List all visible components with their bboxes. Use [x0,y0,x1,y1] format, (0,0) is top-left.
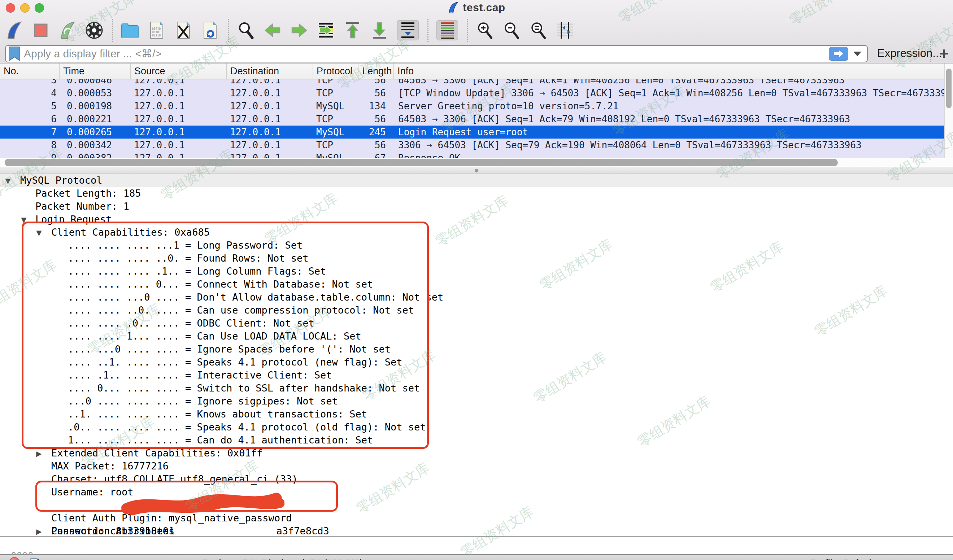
expand-arrow-icon[interactable]: ▼ [32,226,46,239]
expand-arrow-icon[interactable]: ▶ [32,447,46,460]
close-file-button[interactable] [174,20,192,40]
column-header-destination[interactable]: Destination [227,64,313,79]
expression-button[interactable]: Expression... [877,47,942,60]
column-header-length[interactable]: Length [359,64,394,79]
save-file-button[interactable]: 010100110101110 [147,20,166,40]
packet-list-header: No. Time Source Destination Protocol Len… [0,64,944,79]
tree-item-login-request[interactable]: ▼Login Request [0,213,953,226]
stop-capture-button[interactable] [32,20,50,40]
packet-row[interactable]: 40.000053127.0.0.1127.0.0.1TCP56[TCP Win… [0,87,944,99]
status-file-name: test.cap [54,558,88,560]
column-header-protocol[interactable]: Protocol [313,64,359,79]
packet-row[interactable]: 50.000198127.0.0.1127.0.0.1MySQL134Serve… [0,99,944,113]
restart-capture-button[interactable] [59,20,76,40]
display-filter-input[interactable] [24,48,829,60]
packet-row[interactable]: 80.000342127.0.0.1127.0.0.1TCP563306 → 6… [0,138,944,152]
packet-list-horizontal-scrollbar[interactable] [0,158,953,167]
auto-scroll-button[interactable] [397,20,419,40]
zoom-original-button[interactable] [529,20,547,40]
expand-arrow-icon[interactable]: ▼ [1,174,15,187]
tree-item-flag[interactable]: .... .... .0.. .... = ODBC Client: Not s… [0,317,953,330]
colorize-button[interactable] [436,20,458,40]
column-header-source[interactable]: Source [131,64,227,79]
tree-item-flag[interactable]: .... ..1. .... .... = Speaks 4.1 protoco… [0,356,953,369]
pane-splitter[interactable] [0,167,953,174]
tree-item-flag[interactable]: .... ...0 .... .... = Ignore Spaces befo… [0,343,953,356]
tree-item[interactable]: MAX Packet: 16777216 [0,460,953,473]
go-to-packet-button[interactable] [317,20,335,40]
zoom-original-icon [529,21,547,39]
display-filter-field[interactable] [5,45,868,62]
tree-item[interactable]: Packet Length: 185 [0,187,953,200]
packet-row[interactable]: 30.000046127.0.0.1127.0.0.1TCP5664503 → … [0,79,944,87]
tree-item-flag[interactable]: .... .... ..0. .... = Can use compressio… [0,304,953,317]
capture-options-button[interactable] [85,20,103,40]
add-filter-button[interactable]: + [939,45,949,63]
zoom-out-button[interactable] [503,20,520,40]
tree-item-flag[interactable]: .... .... .... 0... = Connect With Datab… [0,278,953,291]
tree-item-client-capabilities[interactable]: ▼Client Capabilities: 0xa685 [0,226,953,239]
tree-item-flag[interactable]: .... .... 1... .... = Can Use LOAD DATA … [0,330,953,343]
capture-comment-icon[interactable] [29,557,40,560]
tree-item-password[interactable]: Password: c8b33918e01a3f7e8cd3 [0,499,953,512]
column-header-time[interactable]: Time [60,64,131,79]
open-file-button[interactable] [121,20,139,40]
scrollbar-thumb[interactable] [5,159,838,166]
apply-filter-button[interactable] [829,47,848,60]
tree-item-extended-capabilities[interactable]: ▶Extended Client Capabilities: 0x01ff [0,447,953,460]
tree-item-mysql-protocol[interactable]: ▼MySQL Protocol [0,174,953,187]
packet-row[interactable]: 90.000382127.0.0.1127.0.0.1MySQL67Respon… [0,152,944,158]
green-right-arrow-icon [290,22,308,38]
splitter-handle[interactable] [475,169,478,172]
packet-details-pane: ▼MySQL Protocol Packet Length: 185 Packe… [0,174,953,536]
zoom-in-icon [476,21,494,39]
packet-row-selected[interactable]: 70.000265127.0.0.1127.0.0.1MySQL245Login… [0,126,944,138]
tree-item-flag[interactable]: .... .... .... ..0. = Found Rows: Not se… [0,252,953,265]
tree-item[interactable]: Packet Number: 1 [0,200,953,213]
expert-info-button[interactable] [9,557,20,560]
go-forward-button[interactable] [290,20,308,40]
status-profile[interactable]: Profile: Default [810,558,874,560]
svg-text:01010: 01010 [152,28,161,31]
tree-item-flag[interactable]: .... .... .... ...1 = Long Password: Set [0,239,953,252]
tree-item-flag[interactable]: .... .... .... .1.. = Long Column Flags:… [0,265,953,278]
tree-item-flag[interactable]: .... 0... .... .... = Switch to SSL afte… [0,382,953,395]
packet-list-vertical-scrollbar[interactable] [944,64,953,158]
toolbar-separator [427,19,428,42]
tree-item-flag[interactable]: 1... .... .... .... = Can do 4.1 authent… [0,434,953,447]
tree-item-flag[interactable]: ..1. .... .... .... = Knows about transa… [0,408,953,421]
window-title: test.cap [463,2,505,14]
tree-item[interactable]: Charset: utf8 COLLATE utf8_general_ci (3… [0,473,953,486]
close-document-icon [177,21,190,39]
folder-icon [121,22,139,38]
expand-arrow-icon[interactable]: ▼ [17,213,31,226]
auto-scroll-icon [400,21,416,39]
packet-list: 30.000046127.0.0.1127.0.0.1TCP5664503 → … [0,79,944,158]
search-icon [237,21,255,39]
tree-item-flag[interactable]: .... .1.. .... .... = Interactive Client… [0,369,953,382]
column-header-no[interactable]: No. [0,64,60,79]
shark-fin-icon [6,21,22,39]
go-first-packet-button[interactable] [344,20,362,40]
scrollbar-thumb[interactable] [946,68,951,108]
tree-item-flag[interactable]: ...0 .... .... .... = Ignore sigpipes: N… [0,395,953,408]
packet-row[interactable]: 60.000221127.0.0.1127.0.0.1TCP5664503 → … [0,113,944,126]
svg-text:01110: 01110 [152,34,161,37]
expand-arrow-icon[interactable]: ▶ [32,525,46,536]
reload-document-icon [203,21,217,39]
tree-item-connection-attributes[interactable]: ▶Connection Attributes [0,524,953,536]
tree-item-flag[interactable]: .0.. .... .... .... = Speaks 4.1 protoco… [0,421,953,434]
reload-file-button[interactable] [201,20,219,40]
bookmark-icon[interactable] [9,46,20,61]
resize-columns-button[interactable] [556,20,574,40]
resize-columns-icon [556,21,574,39]
tree-item-flag[interactable]: .... .... ...0 .... = Don't Allow databa… [0,291,953,304]
hex-dump-pane[interactable]: 0000 02 00 00 00 45 00 00 f1 00 00 40 00… [0,536,953,554]
go-last-packet-button[interactable] [370,20,388,40]
zoom-in-button[interactable] [476,20,494,40]
filter-history-chevron-icon[interactable] [854,51,861,56]
start-capture-button[interactable] [5,20,23,40]
find-packet-button[interactable] [237,20,255,40]
column-header-info[interactable]: Info [394,64,944,79]
go-back-button[interactable] [264,20,282,40]
